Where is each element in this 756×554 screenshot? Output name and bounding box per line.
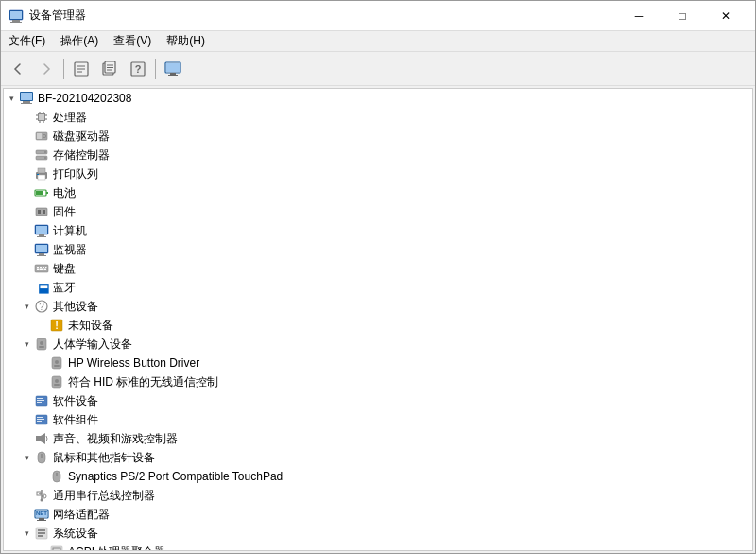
- monitor-button[interactable]: [160, 56, 186, 82]
- svg-rect-109: [38, 535, 43, 537]
- back-icon: [9, 61, 26, 78]
- tree-item-battery[interactable]: 电池: [4, 183, 752, 202]
- tree-item-hp-wireless[interactable]: HP Wireless Button Driver: [4, 354, 752, 372]
- help-icon: ?: [129, 61, 146, 78]
- mouse-icon-synaptics: [49, 469, 64, 484]
- svg-rect-53: [39, 234, 44, 236]
- hid-icon-hid: [34, 337, 49, 352]
- svg-rect-49: [38, 210, 41, 214]
- tree-item-network[interactable]: NET网络适配器: [4, 505, 752, 524]
- item-label-disk: 磁盘驱动器: [53, 129, 110, 145]
- svg-point-39: [44, 151, 46, 153]
- tree-item-root[interactable]: ▾BF-202104202308: [4, 89, 752, 108]
- expand-icon-hid[interactable]: ▾: [19, 337, 34, 352]
- expand-icon-system[interactable]: ▾: [19, 526, 34, 541]
- svg-rect-50: [43, 210, 45, 214]
- tree-item-disk[interactable]: 磁盘驱动器: [4, 127, 752, 146]
- tree-item-keyboard[interactable]: 键盘: [4, 259, 752, 278]
- menu-help[interactable]: 帮助(H): [159, 31, 213, 52]
- back-button[interactable]: [5, 56, 31, 82]
- unknown-icon-unknown: !: [49, 318, 64, 333]
- tree-item-software-comp[interactable]: 软件组件: [4, 410, 752, 429]
- item-label-battery: 电池: [53, 185, 76, 201]
- tree-item-printer[interactable]: 打印队列: [4, 164, 752, 183]
- svg-point-100: [41, 499, 43, 502]
- tree-item-acpi-proc[interactable]: ACPI 处理器聚合器: [4, 543, 752, 551]
- tree-item-computer[interactable]: 计算机: [4, 221, 752, 240]
- svg-rect-20: [21, 93, 32, 100]
- menu-view[interactable]: 查看(V): [106, 31, 159, 52]
- minimize-button[interactable]: ─: [617, 1, 661, 31]
- item-label-software-dev: 软件设备: [53, 393, 98, 409]
- tree-item-software-dev[interactable]: 软件设备: [4, 391, 752, 410]
- menu-file[interactable]: 文件(F): [1, 31, 53, 52]
- tree-item-sound[interactable]: 声音、视频和游戏控制器: [4, 429, 752, 448]
- tree-item-usb[interactable]: 通用串行总线控制器: [4, 486, 752, 505]
- menu-bar: 文件(F) 操作(A) 查看(V) 帮助(H): [1, 31, 755, 52]
- tree-item-storage[interactable]: 存储控制器: [4, 146, 752, 164]
- tree-item-hid[interactable]: ▾人体学输入设备: [4, 335, 752, 354]
- battery-icon-battery: [34, 185, 49, 200]
- window-title: 设备管理器: [29, 8, 86, 24]
- item-label-storage: 存储控制器: [53, 147, 110, 164]
- svg-rect-87: [37, 419, 44, 420]
- title-bar-left: 设备管理器: [9, 8, 86, 24]
- item-label-cpu: 处理器: [53, 110, 87, 126]
- svg-rect-44: [37, 174, 39, 175]
- svg-rect-89: [36, 436, 41, 441]
- item-label-unknown: 未知设备: [68, 318, 113, 334]
- maximize-button[interactable]: □: [661, 1, 704, 31]
- title-controls: ─ □ ✕: [617, 1, 747, 31]
- svg-rect-83: [37, 400, 44, 401]
- item-label-firmware: 固件: [53, 204, 76, 220]
- other-icon-other: ?: [34, 299, 49, 314]
- software-icon-software-dev: [34, 393, 49, 408]
- tree-item-firmware[interactable]: 固件: [4, 202, 752, 221]
- svg-rect-18: [168, 75, 178, 76]
- tree-item-mouse[interactable]: ▾鼠标和其他指针设备: [4, 448, 752, 467]
- svg-rect-54: [37, 236, 46, 237]
- svg-rect-82: [37, 398, 43, 399]
- forward-button[interactable]: [33, 56, 60, 82]
- device-tree[interactable]: ▾BF-202104202308处理器磁盘驱动器存储控制器打印队列电池固件计算机…: [3, 88, 753, 551]
- svg-rect-58: [37, 255, 46, 256]
- svg-rect-103: [39, 518, 44, 520]
- svg-rect-65: [40, 269, 44, 271]
- tree-item-monitor[interactable]: 监视器: [4, 240, 752, 259]
- svg-rect-48: [36, 208, 47, 216]
- svg-rect-17: [170, 73, 176, 75]
- item-label-other: 其他设备: [53, 299, 98, 315]
- disk-icon-disk: [34, 129, 49, 144]
- help-button[interactable]: ?: [125, 56, 151, 82]
- expand-icon-root[interactable]: ▾: [4, 91, 19, 106]
- processor-icon-cpu: [34, 110, 49, 125]
- svg-rect-16: [166, 63, 180, 72]
- tree-item-other[interactable]: ▾?其他设备: [4, 297, 752, 316]
- svg-rect-21: [23, 101, 30, 103]
- software-icon-software-comp: [34, 412, 49, 427]
- expand-icon-other[interactable]: ▾: [19, 299, 34, 314]
- tree-item-bluetooth[interactable]: ⬓蓝牙: [4, 278, 752, 297]
- bluetooth-icon-bluetooth: ⬓: [34, 280, 49, 295]
- tree-item-hid-wireless[interactable]: 符合 HID 标准的无线通信控制: [4, 372, 752, 391]
- menu-action[interactable]: 操作(A): [53, 31, 106, 52]
- item-label-computer: 计算机: [53, 223, 87, 239]
- svg-rect-56: [36, 245, 47, 252]
- close-button[interactable]: ✕: [704, 1, 747, 31]
- expand-icon-mouse[interactable]: ▾: [19, 450, 34, 465]
- scan-button[interactable]: [96, 56, 123, 82]
- svg-rect-34: [37, 133, 42, 139]
- tree-item-system[interactable]: ▾系统设备: [4, 524, 752, 543]
- tree-item-synaptics[interactable]: Synaptics PS/2 Port Compatible TouchPad: [4, 467, 752, 486]
- item-label-system: 系统设备: [53, 526, 98, 542]
- svg-rect-46: [46, 192, 48, 194]
- tree-item-cpu[interactable]: 处理器: [4, 108, 752, 127]
- device-manager-window: 设备管理器 ─ □ ✕ 文件(F) 操作(A) 查看(V) 帮助(H): [0, 0, 756, 554]
- svg-point-40: [44, 157, 46, 159]
- item-label-software-comp: 软件组件: [53, 412, 98, 428]
- svg-rect-107: [38, 529, 45, 531]
- tree-item-unknown[interactable]: !未知设备: [4, 316, 752, 335]
- item-label-usb: 通用串行总线控制器: [53, 488, 155, 504]
- properties-button[interactable]: [68, 56, 94, 82]
- svg-point-73: [40, 341, 43, 345]
